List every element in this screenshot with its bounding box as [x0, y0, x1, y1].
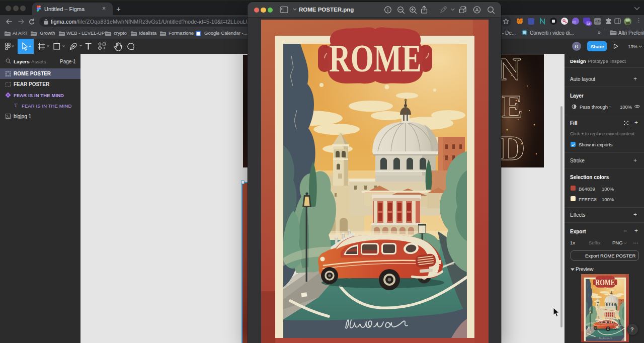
svg-text:E: E	[502, 89, 523, 124]
svg-text:D: D	[501, 129, 525, 167]
svg-text:N: N	[501, 54, 521, 87]
svg-text:ROME: ROME	[329, 36, 422, 80]
